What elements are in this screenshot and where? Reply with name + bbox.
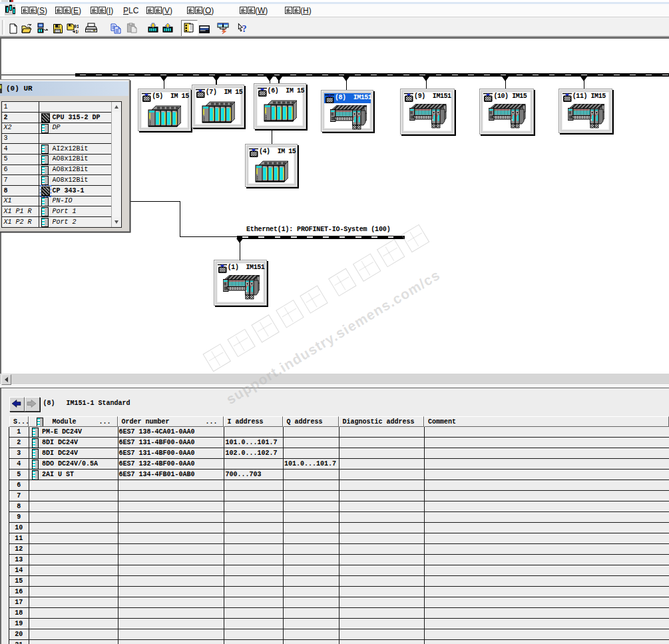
- svg-text:?: ?: [242, 23, 247, 33]
- svg-text:10: 10: [75, 30, 79, 34]
- svg-text:01: 01: [74, 25, 79, 29]
